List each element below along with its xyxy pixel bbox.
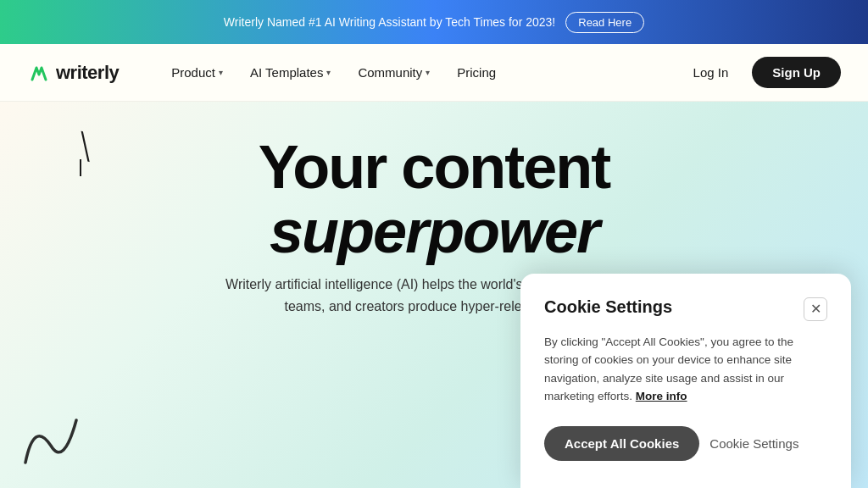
cookie-body-text: By clicking "Accept All Cookies", you ag… (544, 333, 827, 406)
slash-icon: ╲ (75, 134, 96, 160)
hero-line1: Your content (259, 133, 610, 201)
hero-headline: Your content superpowerer (259, 136, 610, 263)
nav-item-product[interactable]: Product ▾ (159, 58, 235, 86)
cookie-title: Cookie Settings (544, 297, 672, 317)
read-here-button[interactable]: Read Here (565, 12, 644, 33)
nav-item-community[interactable]: Community ▾ (346, 58, 442, 86)
nav-links: Product ▾ AI Templates ▾ Community ▾ Pri… (159, 58, 679, 86)
nav-product-label: Product (171, 65, 215, 80)
chevron-down-icon: ▾ (219, 68, 223, 77)
login-button[interactable]: Log In (680, 58, 743, 86)
nav-item-pricing[interactable]: Pricing (445, 58, 508, 86)
hero-section: ╲ Your content superpowerer Writerly art… (0, 102, 868, 488)
nav-item-templates[interactable]: AI Templates ▾ (238, 58, 342, 86)
nav-pricing-label: Pricing (457, 65, 496, 80)
announcement-text: Writerly Named #1 AI Writing Assistant b… (224, 15, 555, 29)
chevron-down-icon: ▾ (326, 68, 331, 77)
cookie-more-info-link[interactable]: More info (636, 390, 687, 402)
chevron-down-icon: ▾ (426, 68, 430, 77)
logo[interactable]: writerly (27, 61, 119, 85)
navigation: writerly Product ▾ AI Templates ▾ Commun… (0, 44, 868, 102)
squiggle-decoration (17, 403, 85, 480)
announcement-bar: Writerly Named #1 AI Writing Assistant b… (0, 0, 868, 44)
cookie-close-button[interactable]: ✕ (804, 297, 827, 321)
signup-button[interactable]: Sign Up (752, 57, 841, 88)
cursor-line (80, 159, 81, 176)
cookie-header: Cookie Settings ✕ (544, 297, 827, 321)
nav-actions: Log In Sign Up (680, 57, 841, 88)
cookie-banner: Cookie Settings ✕ By clicking "Accept Al… (520, 274, 851, 488)
nav-templates-label: AI Templates (250, 65, 323, 80)
cursor-decoration: ╲ (78, 136, 92, 176)
cookie-actions: Accept All Cookies Cookie Settings (544, 426, 827, 461)
logo-text: writerly (56, 62, 119, 84)
nav-community-label: Community (358, 65, 422, 80)
logo-icon (27, 61, 51, 85)
accept-all-cookies-button[interactable]: Accept All Cookies (544, 426, 699, 461)
hero-line2: superpowerer (270, 197, 598, 265)
cookie-settings-button[interactable]: Cookie Settings (709, 436, 798, 451)
